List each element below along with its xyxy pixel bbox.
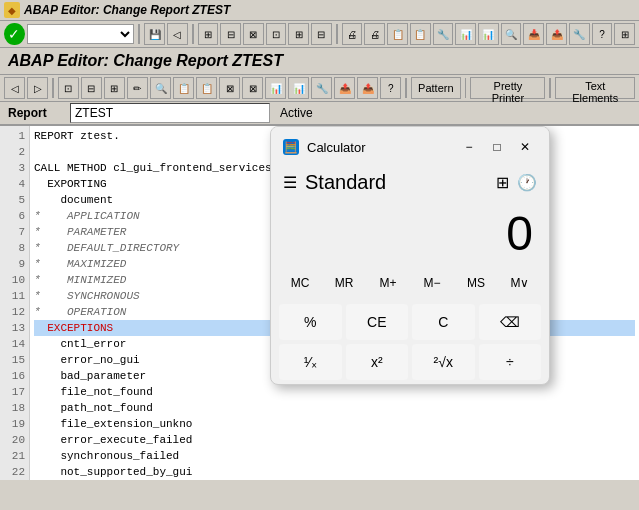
separator3 [336,24,338,44]
tb2[interactable]: ⊟ [220,23,241,45]
tb14[interactable]: 🔍 [501,23,522,45]
status-active: Active [280,106,313,120]
t2b2[interactable]: ⊟ [81,77,102,99]
calc-title-text: Calculator [307,140,366,155]
calc-mplus-btn[interactable]: M+ [367,270,409,296]
line-numbers: 1 2 3 4 5 6 7 8 9 10 11 12 13 14 15 16 1… [0,126,30,480]
sep5 [405,78,407,98]
tb9[interactable]: 📋 [387,23,408,45]
save-btn[interactable]: 💾 [144,23,165,45]
separator2 [192,24,194,44]
calc-hamburger-icon[interactable]: ☰ [283,173,297,192]
main-toolbar: ✓ 💾 ◁ ⊞ ⊟ ⊠ ⊡ ⊞ ⊟ 🖨 🖨 📋 📋 🔧 📊 📊 🔍 📥 📤 🔧 … [0,21,639,48]
calc-maximize-btn[interactable]: □ [485,135,509,159]
code-line-21: synchronous_failed [34,448,635,464]
program-name-field[interactable]: ZTEST [70,103,270,123]
calc-ce-btn[interactable]: CE [346,304,409,340]
calc-display: 0 [271,202,549,266]
code-line-17: file_not_found [34,384,635,400]
tb13[interactable]: 📊 [478,23,499,45]
t2b14[interactable]: 📤 [357,77,378,99]
calc-history-icon[interactable]: 🕐 [517,173,537,192]
calc-backspace-btn[interactable]: ⌫ [479,304,542,340]
t2b3[interactable]: ⊞ [104,77,125,99]
calc-minimize-btn[interactable]: − [457,135,481,159]
separator1 [138,24,140,44]
app-header: ABAP Editor: Change Report ZTEST [0,48,639,75]
tb19[interactable]: ⊞ [614,23,635,45]
tb12[interactable]: 📊 [455,23,476,45]
tb17[interactable]: 🔧 [569,23,590,45]
sep6 [465,78,467,98]
t2b12[interactable]: 🔧 [311,77,332,99]
tb1[interactable]: ⊞ [198,23,219,45]
calc-memory-row: MC MR M+ M− MS M∨ [271,266,549,300]
t2b15[interactable]: ? [380,77,401,99]
tb7[interactable]: 🖨 [342,23,363,45]
t2b1[interactable]: ⊡ [58,77,79,99]
calc-mc-btn[interactable]: MC [279,270,321,296]
code-line-22: not_supported_by_gui [34,464,635,480]
toolbar2: ◁ ▷ ⊡ ⊟ ⊞ ✏ 🔍 📋 📋 ⊠ ⊠ 📊 📊 🔧 📤 📤 ? Patter… [0,75,639,102]
calc-c-btn[interactable]: C [412,304,475,340]
calc-ms-btn[interactable]: MS [455,270,497,296]
t2b6[interactable]: 📋 [173,77,194,99]
t2b9[interactable]: ⊠ [242,77,263,99]
calc-close-btn[interactable]: ✕ [513,135,537,159]
tb8[interactable]: 🖨 [364,23,385,45]
calc-buttons: % CE C ⌫ ¹∕ₓ x² ²√x ÷ [271,300,549,384]
calc-div-btn[interactable]: ÷ [479,344,542,380]
t2b11[interactable]: 📊 [288,77,309,99]
check-button[interactable]: ✓ [4,23,25,45]
status-label: Report [0,104,70,122]
calc-win-buttons: − □ ✕ [457,135,537,159]
app-header-title: ABAP Editor: Change Report ZTEST [8,52,283,69]
tb5[interactable]: ⊞ [288,23,309,45]
calc-title-left: 🧮 Calculator [283,139,366,155]
t2b8[interactable]: ⊠ [219,77,240,99]
program-dropdown[interactable] [27,24,135,44]
t2b10[interactable]: 📊 [265,77,286,99]
pretty-printer-button[interactable]: Pretty Printer [470,77,545,99]
calc-mlist-btn[interactable]: M∨ [499,270,541,296]
calc-recip-btn[interactable]: ¹∕ₓ [279,344,342,380]
pattern-button[interactable]: Pattern [411,77,460,99]
calc-mminus-btn[interactable]: M− [411,270,453,296]
tb16[interactable]: 📤 [546,23,567,45]
calc-sqrt-btn[interactable]: ²√x [412,344,475,380]
status-bar: Report ZTEST Active [0,102,639,126]
t2b7[interactable]: 📋 [196,77,217,99]
nav-back[interactable]: ◁ [4,77,25,99]
tb11[interactable]: 🔧 [433,23,454,45]
nav-fwd[interactable]: ▷ [27,77,48,99]
calc-mode-icon[interactable]: ⊞ [496,173,509,192]
window-title: ABAP Editor: Change Report ZTEST [24,3,230,17]
tb15[interactable]: 📥 [523,23,544,45]
calc-mr-btn[interactable]: MR [323,270,365,296]
tb3[interactable]: ⊠ [243,23,264,45]
calc-percent-btn[interactable]: % [279,304,342,340]
text-elements-button[interactable]: Text Elements [555,77,635,99]
t2b5[interactable]: 🔍 [150,77,171,99]
code-line-18: path_not_found [34,400,635,416]
calculator-window: 🧮 Calculator − □ ✕ ☰ Standard ⊞ 🕐 0 MC M… [270,126,550,385]
sep4 [52,78,54,98]
tb10[interactable]: 📋 [410,23,431,45]
calc-sq-btn[interactable]: x² [346,344,409,380]
editor-area: 1 2 3 4 5 6 7 8 9 10 11 12 13 14 15 16 1… [0,126,639,480]
sep7 [549,78,551,98]
tb18[interactable]: ? [592,23,613,45]
t2b4[interactable]: ✏ [127,77,148,99]
code-line-20: error_execute_failed [34,432,635,448]
calc-app-icon: 🧮 [283,139,299,155]
calc-mode-title: Standard [305,171,488,194]
app-icon: ◆ [4,2,20,18]
code-line-19: file_extension_unkno [34,416,635,432]
title-bar: ◆ ABAP Editor: Change Report ZTEST [0,0,639,21]
back-btn[interactable]: ◁ [167,23,188,45]
calc-header: ☰ Standard ⊞ 🕐 [271,167,549,202]
tb6[interactable]: ⊟ [311,23,332,45]
t2b13[interactable]: 📤 [334,77,355,99]
tb4[interactable]: ⊡ [266,23,287,45]
calc-titlebar: 🧮 Calculator − □ ✕ [271,127,549,167]
